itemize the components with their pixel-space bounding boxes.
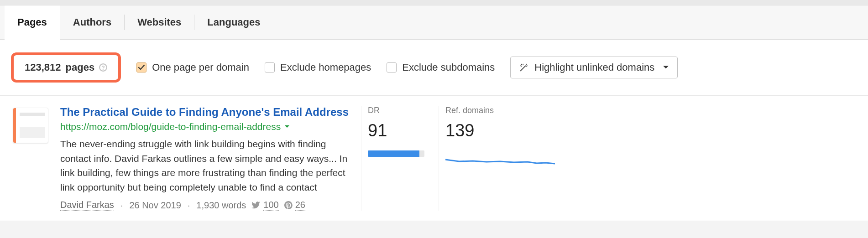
meta-separator [120, 200, 124, 211]
ref-domains-column: Ref. domains 139 [439, 106, 566, 211]
pinterest-count: 26 [295, 200, 305, 211]
top-strip [0, 0, 868, 5]
result-thumbnail[interactable] [13, 108, 48, 143]
tab-authors[interactable]: Authors [60, 5, 124, 39]
result-url[interactable]: https://moz.com/blog/guide-to-finding-em… [60, 121, 349, 132]
svg-text:?: ? [101, 65, 105, 71]
result-title-link[interactable]: The Practical Guide to Finding Anyone's … [60, 106, 349, 119]
twitter-shares[interactable]: 100 [251, 200, 278, 211]
twitter-count: 100 [263, 200, 278, 211]
filter-one-per-domain[interactable]: One page per domain [136, 62, 249, 73]
tab-languages[interactable]: Languages [194, 5, 273, 39]
result-description: The never-ending struggle with link buil… [60, 137, 349, 194]
page-count: 123,812 pages ? [11, 52, 121, 83]
twitter-icon [251, 202, 261, 209]
dr-label: DR [368, 106, 439, 115]
magic-wand-icon [519, 62, 529, 72]
dropdown-label: Highlight unlinked domains [534, 62, 654, 73]
highlight-unlinked-dropdown[interactable]: Highlight unlinked domains [510, 57, 678, 78]
checkbox-icon [265, 62, 275, 72]
result-url-text: https://moz.com/blog/guide-to-finding-em… [60, 121, 281, 132]
filter-label: One page per domain [152, 62, 249, 73]
dr-column: DR 91 [361, 106, 439, 211]
dr-bar [368, 150, 424, 157]
checkbox-icon [387, 62, 397, 72]
meta-separator [187, 200, 191, 211]
tabs-bar: Pages Authors Websites Languages [0, 5, 868, 40]
filter-bar: 123,812 pages ? One page per domain Excl… [0, 40, 868, 96]
result-author[interactable]: David Farkas [60, 200, 114, 211]
filter-label: Exclude subdomains [402, 62, 495, 73]
result-meta: David Farkas 26 Nov 2019 1,930 words 100… [60, 200, 349, 211]
tab-websites[interactable]: Websites [125, 5, 194, 39]
filter-exclude-homepages[interactable]: Exclude homepages [265, 62, 371, 73]
dr-bar-fill [368, 150, 419, 157]
tab-pages[interactable]: Pages [5, 5, 60, 39]
page-count-number: 123,812 [25, 62, 61, 73]
checkbox-icon [136, 62, 146, 72]
filter-exclude-subdomains[interactable]: Exclude subdomains [387, 62, 495, 73]
caret-down-icon [663, 65, 669, 70]
filter-label: Exclude homepages [280, 62, 371, 73]
ref-domains-value: 139 [445, 121, 566, 140]
url-caret-icon[interactable] [284, 124, 290, 129]
result-words: 1,930 words [196, 200, 246, 211]
pinterest-shares[interactable]: 26 [284, 200, 305, 211]
result-date: 26 Nov 2019 [129, 200, 181, 211]
ref-domains-sparkline [445, 154, 555, 175]
result-row: The Practical Guide to Finding Anyone's … [0, 96, 868, 221]
pinterest-icon [284, 201, 293, 209]
right-spacer [566, 106, 855, 211]
page-count-label: pages [66, 62, 95, 73]
ref-domains-label: Ref. domains [445, 106, 566, 115]
help-icon[interactable]: ? [99, 63, 107, 72]
dr-value: 91 [368, 121, 439, 140]
result-content: The Practical Guide to Finding Anyone's … [48, 106, 361, 211]
